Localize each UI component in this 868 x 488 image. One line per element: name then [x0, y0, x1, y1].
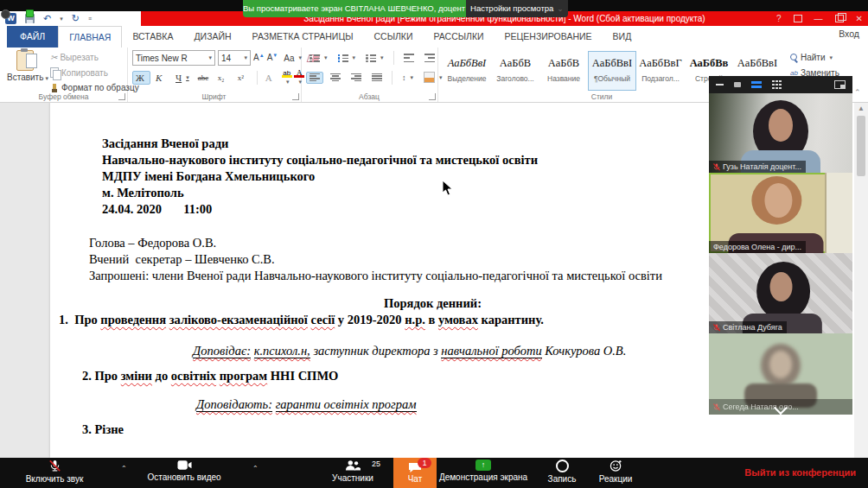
close-icon[interactable]: ✕ [856, 11, 863, 26]
paste-button[interactable]: Вставить [7, 50, 43, 82]
doc-text-run: 3. Різне [82, 422, 124, 436]
thumbnail-view-icon[interactable] [734, 82, 741, 87]
bullets-button[interactable] [306, 52, 331, 64]
doc-text-run: карантину. [478, 313, 544, 326]
chat-button[interactable]: Чат 1 [393, 458, 437, 488]
italic-button[interactable]: К [152, 71, 170, 85]
doc-text-run: 2. Про [82, 369, 121, 383]
help-icon[interactable]: ? [776, 11, 782, 26]
ribbon-options-icon[interactable] [794, 15, 802, 22]
paragraph-dialog-launcher[interactable] [429, 93, 436, 100]
undo-caret-icon[interactable]: ▾ [60, 16, 63, 22]
participant-tile-2-speaking[interactable]: Федорова Олена - дир... [709, 173, 852, 253]
undo-icon[interactable] [43, 12, 51, 25]
tab-insert[interactable]: ВСТАВКА [122, 26, 183, 48]
document-content: Засідання Вченої радиНавчально-наукового… [59, 136, 716, 438]
doc-text-run: Запрошені: члени Вченої ради Навчально-н… [89, 269, 662, 282]
word-logo-icon[interactable]: W [5, 13, 16, 24]
underline-button[interactable]: Ч [172, 71, 193, 85]
doc-text-run: м. Мелітополь [102, 186, 184, 200]
collapse-ribbon-icon[interactable]: ⌃ [854, 88, 861, 97]
qat-more-icon[interactable]: ≡ [88, 16, 92, 22]
chat-unread-badge: 1 [418, 458, 431, 468]
share-screen-button[interactable]: ↑ Демонстрация экрана [435, 459, 532, 482]
save-icon[interactable] [25, 14, 35, 23]
doc-text-run: Порядок денний: [384, 296, 482, 310]
subscript-button[interactable]: х₂ [214, 72, 233, 84]
scrollbar-up-icon[interactable]: ▲ [854, 105, 868, 112]
participants-button[interactable]: Участники 25 [318, 459, 387, 483]
tab-file[interactable]: ФАЙЛ [7, 26, 58, 48]
tab-home[interactable]: ГЛАВНАЯ [58, 26, 122, 48]
participants-count: 25 [372, 459, 380, 468]
restore-icon[interactable] [835, 15, 844, 22]
unmute-button[interactable]: Включить звук [7, 459, 102, 484]
scrollbar-thumb[interactable] [857, 116, 865, 176]
font-size-combo[interactable]: 14 [218, 50, 251, 66]
style-card-subtitle[interactable]: АаБбВвГ Подзагол... [636, 51, 685, 91]
tab-references[interactable]: ССЫЛКИ [363, 26, 423, 48]
audio-options-caret[interactable]: ⌃ [121, 465, 127, 472]
participant-tile-3[interactable]: Світлана Дубяга [709, 253, 852, 333]
strikethrough-button[interactable]: abc [195, 72, 213, 84]
mouse-cursor [442, 180, 453, 196]
notification-badge [1, 10, 10, 19]
style-card-heading[interactable]: АаБбВ Заголово... [491, 51, 539, 91]
doc-paragraph: Засідання Вченої ради [102, 136, 716, 152]
tab-page-layout[interactable]: РАЗМЕТКА СТРАНИЦЫ [242, 26, 364, 48]
screen: W ▾ ≡ Засідання Вченої ради [Режим огран… [0, 0, 868, 488]
redo-icon[interactable] [72, 12, 80, 25]
tab-design[interactable]: ДИЗАЙН [183, 26, 241, 48]
clipboard-icon [16, 50, 34, 71]
ribbon-tabs: ФАЙЛ ГЛАВНАЯ ВСТАВКА ДИЗАЙН РАЗМЕТКА СТР… [0, 26, 868, 48]
increase-indent-button[interactable] [421, 52, 438, 64]
highlight-color-button[interactable]: ab [282, 69, 292, 86]
record-button[interactable]: Запись [540, 459, 584, 484]
participant-tile-4[interactable]: Сегеда Наталя оло... [709, 333, 852, 415]
align-center-button[interactable] [327, 72, 344, 84]
speaker-view-icon[interactable] [751, 81, 762, 88]
style-card-normal[interactable]: АаБбВвІ ¶Обычный [588, 51, 636, 91]
minimize-videos-icon[interactable] [716, 84, 724, 86]
gallery-view-icon[interactable] [772, 80, 782, 90]
align-right-button[interactable] [348, 72, 365, 84]
decrease-indent-button[interactable] [400, 52, 418, 64]
meeting-toolbar: Включить звук ⌃ Остановить видео ⌃ Участ… [0, 458, 868, 488]
video-options-caret[interactable]: ⌃ [252, 465, 258, 472]
text-effects-button[interactable]: А [262, 71, 280, 85]
line-spacing-button[interactable]: ↕ [399, 72, 417, 84]
doc-text-run: Доповідає: [193, 344, 251, 358]
doc-text-run: у 2019-2020 [335, 313, 405, 326]
tab-view[interactable]: ВИД [603, 26, 642, 48]
tab-mailings[interactable]: РАССЫЛКИ [424, 26, 495, 48]
participant-tile-1[interactable]: Гузь Наталія доцент... [709, 93, 852, 173]
shrink-font-button[interactable]: А▼ [267, 53, 278, 62]
clipboard-dialog-launcher[interactable] [118, 93, 125, 100]
style-card-title[interactable]: АаБбВ Название [539, 51, 588, 91]
popout-panel-icon[interactable] [834, 80, 846, 89]
grow-font-button[interactable]: А▲ [253, 53, 265, 62]
doc-text-run: в [425, 313, 438, 326]
numbering-button[interactable] [335, 52, 360, 64]
justify-button[interactable] [368, 72, 386, 84]
quick-access-toolbar: W ▾ ≡ [5, 12, 92, 25]
reactions-button[interactable]: Реакции [590, 459, 641, 484]
stop-video-button[interactable]: Остановить видео [137, 459, 232, 482]
leave-meeting-button[interactable]: Выйти из конференции [744, 467, 856, 478]
minimize-icon[interactable]: — [814, 11, 823, 26]
document-scrollbar[interactable]: ▲ [854, 102, 868, 458]
style-card-emphasis[interactable]: АаБбВвІ Выделение [443, 51, 491, 91]
font-dialog-launcher[interactable] [292, 93, 299, 100]
font-name-combo[interactable]: Times New R [132, 50, 215, 66]
justify-icon [372, 73, 382, 82]
sign-in-link[interactable]: Вход [839, 29, 859, 39]
view-settings-button[interactable]: Настройки просмотра [466, 0, 568, 17]
align-left-button[interactable] [306, 72, 323, 84]
multilevel-list-button[interactable] [362, 52, 387, 64]
tab-review[interactable]: РЕЦЕНЗИРОВАНИЕ [495, 26, 603, 48]
doc-paragraph: Доповідають: гаранти освітніх програм [196, 396, 716, 413]
bold-button[interactable]: Ж [132, 71, 150, 85]
superscript-button[interactable]: х² [234, 72, 252, 84]
find-button[interactable]: Найти [790, 53, 833, 62]
doc-text-run: Засідання Вченої ради [102, 136, 228, 150]
